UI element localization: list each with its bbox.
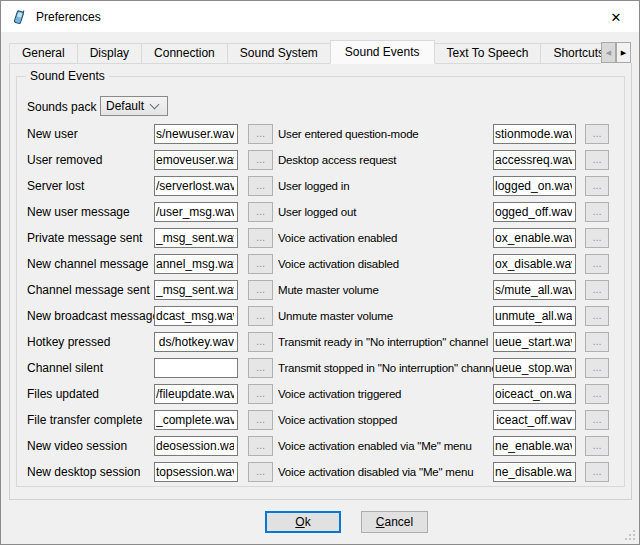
tab-general[interactable]: General (9, 43, 78, 64)
sound-file-input[interactable] (493, 358, 576, 378)
sound-events-column-right: User entered question-mode...Desktop acc… (278, 124, 609, 488)
close-button[interactable]: ✕ (603, 7, 629, 27)
sound-file-input[interactable] (493, 202, 576, 222)
sound-file-input[interactable] (493, 410, 576, 430)
sound-events-page: Sound Events Sounds pack Default New use… (9, 63, 632, 500)
sound-event-row: Voice activation enabled via "Me" menu..… (278, 436, 609, 456)
browse-button[interactable]: ... (248, 176, 273, 196)
sound-event-label: User logged out (278, 206, 493, 218)
tab-display[interactable]: Display (77, 43, 142, 64)
sound-file-input[interactable] (493, 254, 576, 274)
sound-event-row: New channel message... (27, 254, 273, 274)
browse-button[interactable]: ... (248, 462, 273, 482)
sound-event-row: New broadcast message... (27, 306, 273, 326)
sound-event-label: New channel message (27, 257, 154, 271)
browse-button[interactable]: ... (248, 306, 273, 326)
sound-event-row: Voice activation triggered... (278, 384, 609, 404)
titlebar: Preferences ✕ (1, 1, 639, 32)
browse-button[interactable]: ... (585, 124, 609, 144)
sound-event-label: New broadcast message (27, 309, 154, 323)
sound-file-input[interactable] (493, 384, 576, 404)
browse-button[interactable]: ... (248, 254, 273, 274)
sound-event-row: User removed... (27, 150, 273, 170)
sound-event-row: New user... (27, 124, 273, 144)
browse-button[interactable]: ... (585, 254, 609, 274)
sound-file-input[interactable] (154, 436, 238, 456)
sound-event-row: Transmit stopped in "No interruption" ch… (278, 358, 609, 378)
browse-button[interactable]: ... (585, 306, 609, 326)
browse-button[interactable]: ... (585, 462, 609, 482)
sound-file-input[interactable] (154, 150, 238, 170)
browse-button[interactable]: ... (585, 436, 609, 456)
browse-button[interactable]: ... (585, 202, 609, 222)
tab-sound-events[interactable]: Sound Events (330, 40, 435, 64)
browse-button[interactable]: ... (248, 436, 273, 456)
sound-file-input[interactable] (493, 462, 576, 482)
sound-event-label: Private message sent (27, 231, 154, 245)
tab-scroll-left-button[interactable]: ◀ (601, 42, 616, 63)
tab-shortcuts[interactable]: Shortcuts (540, 43, 601, 64)
sound-file-input[interactable] (493, 280, 576, 300)
sound-event-label: New video session (27, 439, 154, 453)
sound-events-column-left: New user...User removed...Server lost...… (27, 124, 273, 488)
sound-event-row: Channel message sent... (27, 280, 273, 300)
sound-file-input[interactable] (154, 176, 238, 196)
sound-file-input[interactable] (154, 462, 238, 482)
sound-file-input[interactable] (154, 228, 238, 248)
sound-file-input[interactable] (493, 176, 576, 196)
sound-event-row: Unmute master volume... (278, 306, 609, 326)
ok-button[interactable]: Ok (265, 511, 341, 533)
browse-button[interactable]: ... (585, 228, 609, 248)
browse-button[interactable]: ... (585, 332, 609, 352)
sound-file-input[interactable] (154, 358, 238, 378)
sound-event-row: Hotkey pressed... (27, 332, 273, 352)
browse-button[interactable]: ... (585, 150, 609, 170)
tab-bar: GeneralDisplayConnectionSound SystemSoun… (9, 40, 601, 64)
resize-grip[interactable] (633, 538, 635, 540)
sound-event-label: New desktop session (27, 465, 154, 479)
sound-file-input[interactable] (154, 332, 238, 352)
tab-sound-system[interactable]: Sound System (227, 43, 331, 64)
cancel-button[interactable]: Cancel (361, 511, 428, 533)
browse-button[interactable]: ... (248, 150, 273, 170)
sound-event-label: Voice activation disabled via "Me" menu (278, 466, 493, 478)
browse-button[interactable]: ... (585, 410, 609, 430)
sounds-pack-select[interactable]: Default (100, 96, 168, 116)
sound-file-input[interactable] (493, 150, 576, 170)
sound-file-input[interactable] (154, 306, 238, 326)
sound-file-input[interactable] (154, 384, 238, 404)
sound-event-row: Server lost... (27, 176, 273, 196)
tab-connection[interactable]: Connection (141, 43, 228, 64)
sound-event-label: User removed (27, 153, 154, 167)
tab-scroll-right-button[interactable]: ▶ (616, 42, 631, 63)
browse-button[interactable]: ... (248, 202, 273, 222)
sound-file-input[interactable] (493, 124, 576, 144)
browse-button[interactable]: ... (585, 384, 609, 404)
browse-button[interactable]: ... (585, 176, 609, 196)
sound-file-input[interactable] (154, 280, 238, 300)
sound-event-label: Channel silent (27, 361, 154, 375)
browse-button[interactable]: ... (585, 358, 609, 378)
sound-file-input[interactable] (154, 124, 238, 144)
sound-event-row: Voice activation enabled... (278, 228, 609, 248)
tab-text-to-speech[interactable]: Text To Speech (434, 43, 542, 64)
sound-file-input[interactable] (493, 332, 576, 352)
browse-button[interactable]: ... (248, 358, 273, 378)
sound-event-row: New desktop session... (27, 462, 273, 482)
browse-button[interactable]: ... (585, 280, 609, 300)
browse-button[interactable]: ... (248, 280, 273, 300)
sound-file-input[interactable] (154, 202, 238, 222)
sound-file-input[interactable] (493, 436, 576, 456)
browse-button[interactable]: ... (248, 124, 273, 144)
browse-button[interactable]: ... (248, 410, 273, 430)
browse-button[interactable]: ... (248, 384, 273, 404)
sound-event-label: Voice activation enabled (278, 232, 493, 244)
sound-file-input[interactable] (493, 306, 576, 326)
browse-button[interactable]: ... (248, 228, 273, 248)
sound-event-row: New user message... (27, 202, 273, 222)
sound-file-input[interactable] (493, 228, 576, 248)
sound-file-input[interactable] (154, 254, 238, 274)
sound-file-input[interactable] (154, 410, 238, 430)
sound-event-label: Voice activation disabled (278, 258, 493, 270)
browse-button[interactable]: ... (248, 332, 273, 352)
